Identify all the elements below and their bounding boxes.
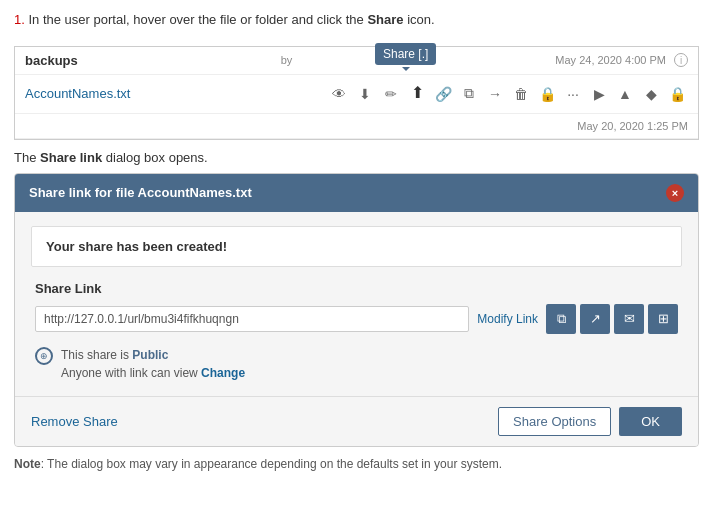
extra2-icon[interactable]: ▲ (614, 83, 636, 105)
dialog-title: Share link for file AccountNames.txt (29, 185, 252, 200)
date-text-1: May 24, 2020 4:00 PM (555, 54, 666, 66)
ok-button[interactable]: OK (619, 407, 682, 436)
open-link-button[interactable]: ↗ (580, 304, 610, 334)
share-created-text: Your share has been created! (46, 239, 227, 254)
copy-icon[interactable]: ⧉ (458, 83, 480, 105)
folder-name: backups (25, 53, 78, 68)
public-desc: Anyone with link can view (61, 366, 198, 380)
share-action-buttons: ⧉ ↗ ✉ ⊞ (546, 304, 678, 334)
extra4-icon[interactable]: 🔒 (666, 83, 688, 105)
email-link-button[interactable]: ✉ (614, 304, 644, 334)
extra1-icon[interactable]: ▶ (588, 83, 610, 105)
link-icon[interactable]: 🔗 (432, 83, 454, 105)
dialog-header: Share link for file AccountNames.txt × (15, 174, 698, 212)
download-icon[interactable]: ⬇ (354, 83, 376, 105)
modify-link-button[interactable]: Modify Link (477, 312, 538, 326)
this-share-is: This share is (61, 348, 132, 362)
move-icon[interactable]: → (484, 83, 506, 105)
dialog-body: Your share has been created! Share Link … (15, 212, 698, 396)
extra3-icon[interactable]: ◆ (640, 83, 662, 105)
note-text: : The dialog box may vary in appearance … (41, 457, 502, 471)
share-options-button[interactable]: Share Options (498, 407, 611, 436)
by-text: by (281, 54, 353, 66)
qr-code-button[interactable]: ⊞ (648, 304, 678, 334)
step-1-section: 1. In the user portal, hover over the fi… (0, 0, 713, 46)
share-link-row: http://127.0.0.1/url/bmu3i4fifkhuqngn Mo… (35, 304, 678, 334)
desc-prefix: The (14, 150, 40, 165)
public-text: This share is Public Anyone with link ca… (61, 346, 245, 382)
desc-section: The Share link dialog box opens. (0, 140, 713, 173)
more-icon[interactable]: ··· (562, 83, 584, 105)
desc-suffix: dialog box opens. (102, 150, 208, 165)
remove-share-button[interactable]: Remove Share (31, 414, 118, 429)
step-number: 1. (14, 12, 25, 27)
lock-icon[interactable]: 🔒 (536, 83, 558, 105)
folder-row: backups by May 24, 2020 4:00 PM i (15, 47, 698, 75)
step-instruction: 1. In the user portal, hover over the fi… (14, 10, 699, 30)
file-row: Share [.] AccountNames.txt 👁 ⬇ ✏ ⬆ 🔗 ⧉ →… (15, 75, 698, 114)
note-section: Note: The dialog box may vary in appeara… (0, 447, 713, 481)
footer-right-buttons: Share Options OK (498, 407, 682, 436)
copy-link-button[interactable]: ⧉ (546, 304, 576, 334)
step-share-word: Share (367, 12, 403, 27)
share-link-label: Share Link (35, 281, 678, 296)
share-link-input[interactable]: http://127.0.0.1/url/bmu3i4fifkhuqngn (35, 306, 469, 332)
share-link-section: Share Link http://127.0.0.1/url/bmu3i4fi… (31, 281, 682, 382)
desc-bold: Share link (40, 150, 102, 165)
preview-icon[interactable]: 👁 (328, 83, 350, 105)
file-table: backups by May 24, 2020 4:00 PM i Share … (14, 46, 699, 140)
share-created-banner: Your share has been created! (31, 226, 682, 267)
change-link[interactable]: Change (201, 366, 245, 380)
action-icons: 👁 ⬇ ✏ ⬆ 🔗 ⧉ → 🗑 🔒 ··· ▶ ▲ ◆ 🔒 (328, 83, 688, 105)
globe-icon: ⊕ (35, 347, 53, 365)
info-icon[interactable]: i (674, 53, 688, 67)
share-icon[interactable]: ⬆ (406, 83, 428, 105)
note-bold: Note (14, 457, 41, 471)
date-text-2: May 20, 2020 1:25 PM (577, 120, 688, 132)
public-row: ⊕ This share is Public Anyone with link … (35, 346, 678, 382)
step-prefix: In the user portal, hover over the file … (28, 12, 367, 27)
delete-icon[interactable]: 🗑 (510, 83, 532, 105)
edit-icon[interactable]: ✏ (380, 83, 402, 105)
step-suffix: icon. (404, 12, 435, 27)
share-tooltip: Share [.] (375, 43, 436, 65)
public-label: Public (132, 348, 168, 362)
dialog-close-button[interactable]: × (666, 184, 684, 202)
file-name[interactable]: AccountNames.txt (25, 86, 185, 101)
bottom-date-row: May 20, 2020 1:25 PM (15, 114, 698, 139)
share-link-dialog: Share link for file AccountNames.txt × Y… (14, 173, 699, 447)
dialog-footer: Remove Share Share Options OK (15, 396, 698, 446)
